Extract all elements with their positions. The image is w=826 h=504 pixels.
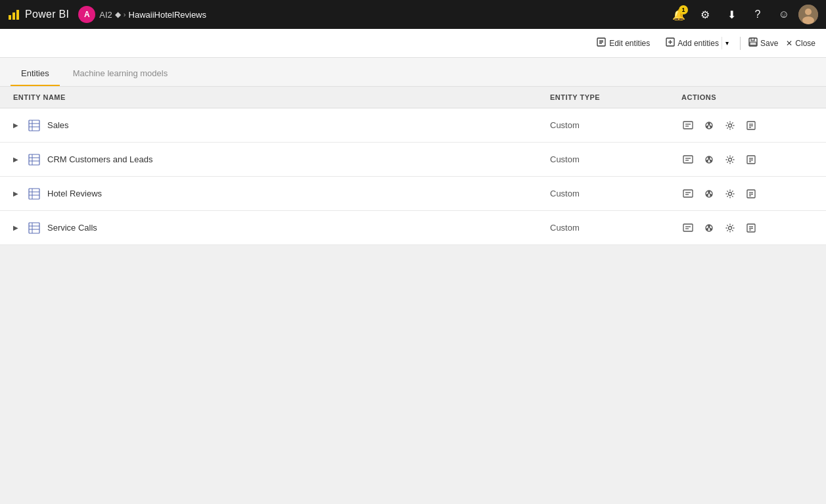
svg-rect-38 (683, 156, 693, 163)
svg-point-4 (805, 9, 812, 15)
workspace-avatar[interactable]: A (78, 6, 95, 23)
entity-type: Custom (550, 120, 681, 130)
ml-action-icon[interactable] (702, 119, 716, 132)
entity-actions (681, 153, 813, 166)
edit-entities-icon (597, 37, 606, 49)
col-header-actions: ACTIONS (681, 93, 813, 101)
entity-actions (681, 187, 813, 200)
save-label: Save (760, 39, 778, 48)
entity-name: CRM Customers and Leads (47, 154, 152, 164)
topbar: Power BI A AI2 ◆ › HawaiiHotelReviews 🔔 … (0, 0, 826, 29)
settings-button[interactable]: ⚙ (693, 3, 717, 26)
ml-action-icon[interactable] (702, 153, 716, 166)
topbar-actions: 🔔 1 ⚙ ⬇ ? ☺ (667, 3, 818, 26)
delete-action-icon[interactable] (745, 187, 758, 200)
close-button[interactable]: ✕ Close (786, 39, 815, 48)
svg-line-46 (708, 158, 709, 160)
entity-cell: ▶ Hotel Reviews (13, 179, 550, 208)
add-entities-icon (666, 37, 675, 49)
row-expand-arrow[interactable]: ▶ (13, 224, 21, 231)
settings-action-icon[interactable] (723, 119, 737, 132)
entity-name: Sales (47, 120, 69, 130)
svg-rect-14 (751, 38, 754, 41)
tab-ml-models[interactable]: Machine learning models (62, 62, 179, 86)
svg-point-65 (729, 192, 732, 195)
tab-entities[interactable]: Entities (11, 62, 60, 86)
query-action-icon[interactable] (681, 221, 695, 235)
entity-type: Custom (550, 223, 681, 233)
svg-line-82 (708, 227, 709, 229)
svg-point-62 (706, 194, 708, 195)
entity-table-icon (28, 153, 41, 166)
entity-type: Custom (550, 189, 681, 198)
entity-name: Hotel Reviews (47, 189, 102, 198)
entity-cell: ▶ CRM Customers and Leads (13, 145, 550, 174)
save-button[interactable]: Save (748, 37, 778, 49)
settings-action-icon[interactable] (723, 153, 737, 166)
dataflow-name: HawaiiHotelReviews (129, 10, 207, 20)
entities-table: ENTITY NAME ENTITY TYPE ACTIONS ▶ Sales … (0, 87, 826, 504)
close-label: Close (795, 39, 815, 48)
powerbi-logo-icon (8, 9, 20, 20)
help-button[interactable]: ? (746, 3, 769, 26)
table-row: ▶ Hotel Reviews Custom (0, 177, 826, 211)
add-entities-dropdown-button[interactable]: ▾ (722, 37, 732, 49)
download-button[interactable]: ⬇ (720, 3, 743, 26)
entity-type: Custom (550, 154, 681, 164)
entity-cell: ▶ Service Calls (13, 214, 550, 242)
delete-action-icon[interactable] (745, 221, 758, 235)
user-avatar[interactable] (798, 5, 818, 24)
entity-cell: ▶ Sales (13, 111, 550, 140)
tabs-bar: Entities Machine learning models (0, 58, 826, 87)
svg-point-60 (708, 191, 710, 192)
delete-action-icon[interactable] (745, 153, 758, 166)
svg-line-64 (708, 193, 709, 195)
row-expand-arrow[interactable]: ▶ (13, 122, 21, 129)
row-expand-arrow[interactable]: ▶ (13, 190, 21, 197)
svg-rect-2 (16, 10, 19, 20)
add-entities-button[interactable]: Add entities (662, 35, 722, 51)
entity-actions (681, 221, 813, 235)
edit-entities-label: Edit entities (609, 39, 650, 48)
feedback-button[interactable]: ☺ (772, 3, 796, 26)
svg-point-78 (708, 225, 710, 226)
row-expand-arrow[interactable]: ▶ (13, 156, 21, 163)
entity-name: Service Calls (47, 223, 97, 233)
query-action-icon[interactable] (681, 119, 695, 132)
svg-rect-20 (683, 122, 693, 129)
download-icon: ⬇ (727, 9, 736, 21)
svg-point-83 (729, 226, 732, 229)
notifications-button[interactable]: 🔔 1 (667, 3, 691, 26)
svg-point-42 (708, 156, 710, 158)
smiley-icon: ☺ (779, 9, 789, 20)
svg-line-28 (708, 124, 709, 126)
ml-action-icon[interactable] (702, 221, 716, 235)
breadcrumb: AI2 ◆ › HawaiiHotelReviews (99, 10, 206, 20)
col-header-entity-name: ENTITY NAME (13, 93, 550, 101)
svg-point-47 (729, 158, 732, 161)
workspace-label: AI2 (99, 10, 112, 20)
svg-point-29 (729, 124, 732, 127)
entity-table-icon (28, 187, 41, 200)
add-entities-label: Add entities (677, 39, 719, 48)
svg-rect-52 (29, 189, 39, 199)
settings-action-icon[interactable] (723, 187, 737, 200)
query-action-icon[interactable] (681, 187, 695, 200)
table-header: ENTITY NAME ENTITY TYPE ACTIONS (0, 87, 826, 108)
settings-action-icon[interactable] (723, 221, 737, 235)
chevron-down-icon: ▾ (725, 39, 729, 47)
table-row: ▶ CRM Customers and Leads Custom (0, 143, 826, 177)
query-action-icon[interactable] (681, 153, 695, 166)
svg-point-5 (802, 16, 814, 24)
edit-entities-button[interactable]: Edit entities (593, 35, 654, 51)
col-header-entity-type: ENTITY TYPE (550, 93, 681, 101)
delete-action-icon[interactable] (745, 119, 758, 132)
svg-point-43 (710, 160, 712, 161)
gear-icon: ⚙ (700, 9, 710, 21)
help-icon: ? (755, 9, 761, 20)
app-logo: Power BI (8, 9, 69, 20)
svg-rect-56 (683, 190, 693, 197)
table-row: ▶ Sales Custom (0, 108, 826, 143)
svg-point-25 (710, 126, 712, 127)
ml-action-icon[interactable] (702, 187, 716, 200)
